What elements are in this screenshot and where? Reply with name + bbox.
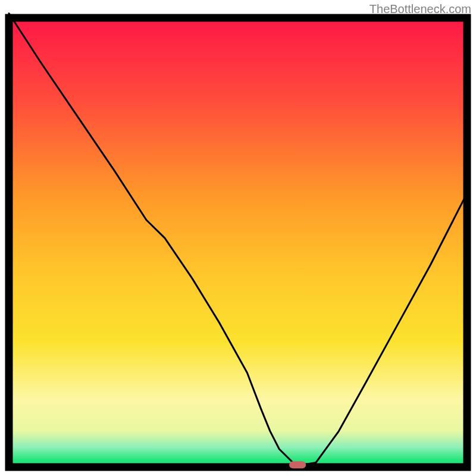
bottleneck-chart: TheBottleneck.com	[0, 0, 476, 476]
optimal-marker	[289, 461, 306, 468]
chart-canvas	[0, 0, 476, 476]
gradient-background	[9, 18, 467, 467]
watermark-text: TheBottleneck.com	[369, 2, 471, 16]
